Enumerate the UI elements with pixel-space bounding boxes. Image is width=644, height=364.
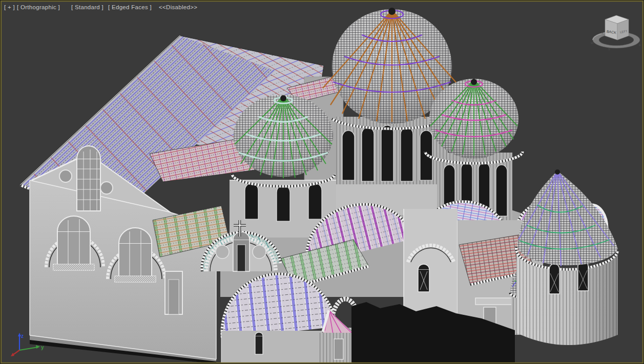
viewport-label: [ + ] [ Orthographic ] [ Standard ] [ Ed…	[4, 4, 197, 10]
oculus-right	[100, 182, 113, 194]
viewcube-cube[interactable]	[605, 15, 629, 40]
max-viewport[interactable]: [ + ] [ Orthographic ] [ Standard ] [ Ed…	[0, 0, 644, 364]
y-axis-label: y	[41, 345, 44, 350]
oculus-left	[59, 170, 72, 182]
svg-text:E: E	[639, 44, 641, 47]
svg-text:W: W	[591, 41, 594, 45]
viewport-menu[interactable]: [ + ]	[4, 4, 15, 10]
viewport-style-label[interactable]: [ Standard ]	[71, 4, 103, 10]
viewport-pov-label[interactable]: [ Orthographic ]	[17, 4, 60, 10]
svg-text:S: S	[608, 48, 610, 51]
z-axis-label: z	[21, 333, 24, 339]
pediment-window	[77, 146, 100, 211]
svg-text:N: N	[601, 31, 603, 34]
viewport-status: <<Disabled>>	[159, 4, 197, 10]
viewport-shading-label[interactable]: [ Edged Faces ]	[108, 4, 152, 10]
